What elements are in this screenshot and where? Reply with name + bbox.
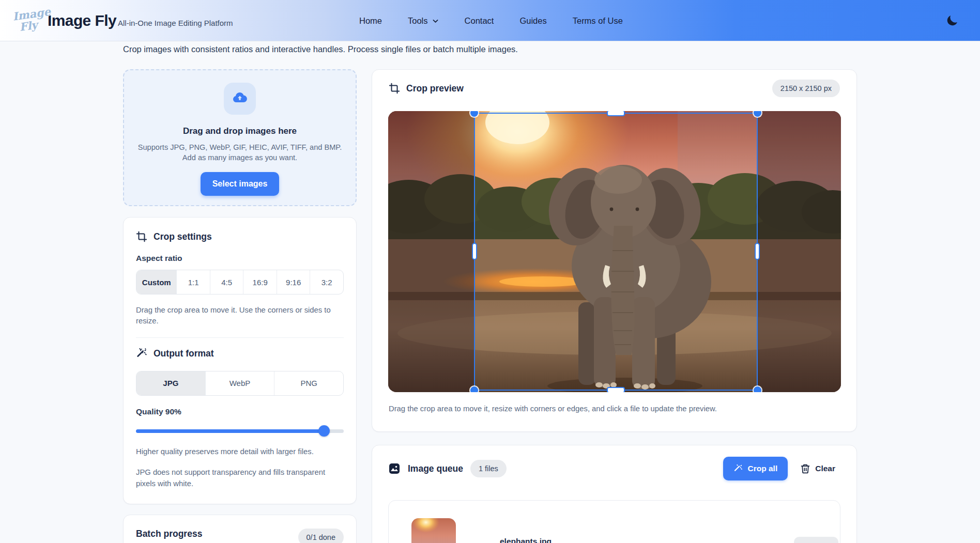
nav-label: Guides <box>519 16 546 26</box>
aspect-ratio-segmented-control: Custom 1:1 4:5 16:9 9:16 3:2 <box>136 270 344 294</box>
format-option-jpg[interactable]: JPG <box>136 371 205 395</box>
ratio-option-16-9[interactable]: 16:9 <box>243 270 277 294</box>
nav-label: Tools <box>408 16 428 26</box>
file-count-badge: 1 files <box>470 460 507 477</box>
format-option-webp[interactable]: WebP <box>205 371 274 395</box>
batch-progress-badge: 0/1 done <box>298 529 344 543</box>
crop-handle-top-left[interactable] <box>470 111 478 117</box>
nav-item-guides[interactable]: Guides <box>519 16 546 26</box>
crop-all-button[interactable]: Crop all <box>723 457 788 480</box>
main-nav: Home Tools Contact Guides Terms of Use <box>359 0 623 41</box>
magic-wand-icon <box>733 464 743 473</box>
crop-preview-title: Crop preview <box>406 83 464 94</box>
brand-tagline: All-in-One Image Editing Platform <box>118 19 233 27</box>
crop-handle-bottom-right[interactable] <box>754 386 761 392</box>
file-name: elephants.jpg <box>500 537 552 543</box>
crop-selection[interactable] <box>474 113 758 391</box>
image-queue-title: Image queue <box>408 463 463 474</box>
crop-preview-caption: Drag the crop area to move it, resize wi… <box>389 405 840 413</box>
crop-preview-card: Crop preview 2150 x 2150 px <box>372 69 857 432</box>
crop-handle-top[interactable] <box>607 111 625 116</box>
image-queue-card: Image queue 1 files Crop all Clear <box>372 445 857 543</box>
batch-progress-card: Batch progress 0/1 done <box>123 515 357 543</box>
quality-slider[interactable] <box>136 425 344 437</box>
file-action-chip[interactable] <box>794 537 838 543</box>
quality-slider-track[interactable] <box>136 429 344 433</box>
nav-item-tools[interactable]: Tools <box>408 16 439 26</box>
batch-progress-title: Batch progress <box>136 529 202 539</box>
logo-word-2: Fly <box>19 18 38 34</box>
dropzone-subtitle-line2: Add as many images as you want. <box>124 152 356 163</box>
output-format-segmented-control: JPG WebP PNG <box>136 371 344 396</box>
magic-wand-icon <box>136 348 147 360</box>
moon-icon <box>945 21 959 29</box>
nav-item-home[interactable]: Home <box>359 16 382 26</box>
thumbnail-image <box>411 518 456 543</box>
upload-icon-badge <box>224 83 256 115</box>
crop-handle-bottom[interactable] <box>607 387 625 392</box>
chevron-down-icon <box>432 18 439 24</box>
nav-label: Terms of Use <box>573 16 623 26</box>
crop-all-label: Crop all <box>748 464 778 473</box>
transparency-note: JPG does not support transparency and fi… <box>136 467 344 489</box>
format-option-png[interactable]: PNG <box>274 371 343 395</box>
image-icon <box>388 462 401 475</box>
nav-label: Home <box>359 16 382 26</box>
nav-item-contact[interactable]: Contact <box>465 16 494 26</box>
header: Image Fly Image Fly All-in-One Image Edi… <box>0 0 980 41</box>
ratio-option-1-1[interactable]: 1:1 <box>176 270 210 294</box>
dark-mode-toggle[interactable] <box>945 13 959 28</box>
select-images-button[interactable]: Select images <box>201 172 279 196</box>
nav-label: Contact <box>465 16 494 26</box>
quality-slider-thumb[interactable] <box>318 425 330 437</box>
ratio-option-4-5[interactable]: 4:5 <box>210 270 243 294</box>
output-format-title: Output format <box>154 348 214 359</box>
trash-icon <box>800 463 810 474</box>
crop-handle-bottom-left[interactable] <box>470 386 478 392</box>
nav-item-terms[interactable]: Terms of Use <box>573 16 623 26</box>
clear-button[interactable]: Clear <box>795 457 840 480</box>
file-thumbnail[interactable] <box>411 518 456 543</box>
brand-title: Image Fly <box>48 12 116 29</box>
brand-logo-icon[interactable]: Image Fly <box>8 2 45 39</box>
crop-settings-title: Crop settings <box>154 231 212 242</box>
ratio-option-9-16[interactable]: 9:16 <box>277 270 310 294</box>
crop-icon <box>136 231 147 242</box>
crop-dimensions-badge: 2150 x 2150 px <box>772 80 840 97</box>
dropzone-subtitle-line1: Supports JPG, PNG, WebP, GIF, HEIC, AVIF… <box>124 142 356 152</box>
aspect-ratio-label: Aspect ratio <box>136 254 344 263</box>
crop-settings-card: Crop settings Aspect ratio Custom 1:1 4:… <box>123 217 357 504</box>
crop-handle-right[interactable] <box>755 243 760 260</box>
clear-label: Clear <box>815 464 835 473</box>
quality-note: Higher quality preserves more detail wit… <box>136 446 344 457</box>
cloud-upload-icon <box>232 89 248 108</box>
crop-tool-page: { "header": { "brand": { "logo_line1": "… <box>0 0 980 543</box>
divider <box>136 337 344 338</box>
preview-image[interactable] <box>388 111 841 392</box>
ratio-option-custom[interactable]: Custom <box>136 270 176 294</box>
brand[interactable]: Image Fly All-in-One Image Editing Platf… <box>48 12 233 29</box>
dropzone[interactable]: Drag and drop images here Supports JPG, … <box>123 69 357 206</box>
crop-icon <box>389 83 400 94</box>
queue-file-row[interactable]: elephants.jpg <box>388 500 840 543</box>
dropzone-subtitle: Supports JPG, PNG, WebP, GIF, HEIC, AVIF… <box>124 142 356 163</box>
ratio-option-3-2[interactable]: 3:2 <box>310 270 343 294</box>
crop-handle-left[interactable] <box>472 243 477 260</box>
dropzone-title: Drag and drop images here <box>124 126 356 136</box>
quality-label: Quality 90% <box>136 407 344 416</box>
page-description: Crop images with consistent ratios and i… <box>123 44 518 54</box>
crop-settings-help: Drag the crop area to move it. Use the c… <box>136 305 344 327</box>
